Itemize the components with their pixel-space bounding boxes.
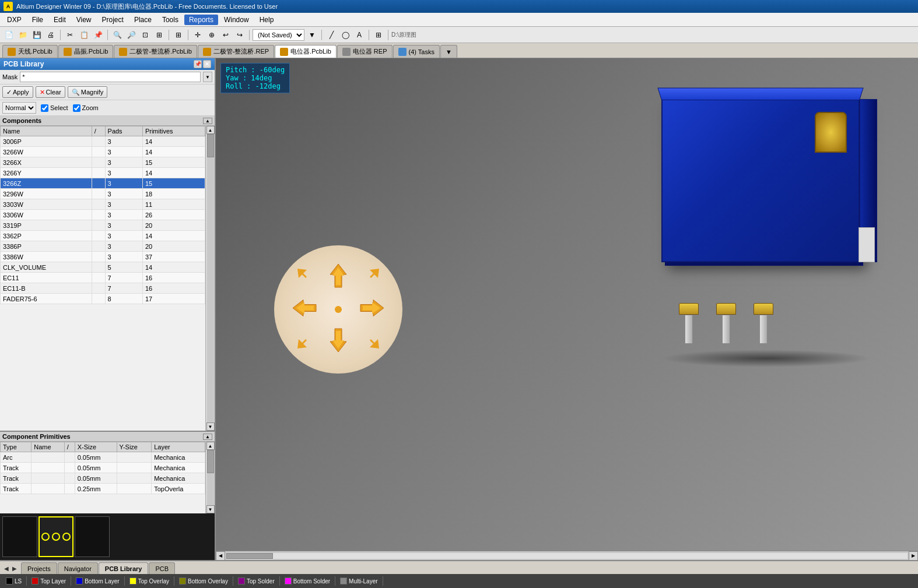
toolbar-fit-btn[interactable]: ⊡ <box>139 29 152 41</box>
table-row[interactable]: 3266X 3 15 <box>1 157 205 168</box>
arrow-down[interactable] <box>328 328 349 356</box>
menu-view[interactable]: View <box>72 15 96 25</box>
layer-bottom[interactable]: Bottom Layer <box>72 577 122 585</box>
prim-vscroll[interactable]: ▲ ▼ <box>205 442 215 513</box>
menu-dxp[interactable]: DXP <box>2 15 26 25</box>
table-row[interactable]: 3303W 3 11 <box>1 199 205 210</box>
mask-input[interactable] <box>20 72 201 82</box>
bottom-tab-pcb-library[interactable]: PCB Library <box>99 562 149 574</box>
menu-tools[interactable]: Tools <box>157 15 183 25</box>
toolbar-zoom-in-btn[interactable]: 🔍 <box>111 29 124 41</box>
toolbar-move-btn[interactable]: ✛ <box>191 29 204 41</box>
arrow-left[interactable] <box>292 297 317 321</box>
layer-bottom-overlay[interactable]: Bottom Overlay <box>176 577 232 585</box>
menu-project[interactable]: Project <box>97 15 128 25</box>
table-row[interactable]: 3006P 3 14 <box>1 136 205 147</box>
arrow-right[interactable] <box>359 297 385 321</box>
comp-scroll-up[interactable]: ▲ <box>203 118 212 124</box>
toolbar-circle-btn[interactable]: ◯ <box>339 29 352 41</box>
toolbar-cut-btn[interactable]: ✂ <box>64 29 76 41</box>
tab-potentiometer-rep[interactable]: 电位器 REP <box>337 45 393 58</box>
toolbar-copy-btn[interactable]: 📋 <box>78 29 90 41</box>
viewport-3d[interactable]: Pitch : -60deg Yaw : 14deg Roll : -12deg <box>216 58 918 560</box>
tab-crystal[interactable]: 晶振.PcbLib <box>58 45 114 58</box>
toolbar-component-btn[interactable]: ⊞ <box>372 29 385 41</box>
layer-top[interactable]: Top Layer <box>28 577 69 585</box>
table-row[interactable]: Arc 0.05mm Mechanica <box>1 452 205 463</box>
arrow-upright[interactable] <box>364 267 380 286</box>
toolbar-open-btn[interactable]: 📁 <box>16 29 29 41</box>
horiz-scroll[interactable]: ◀ ▶ <box>216 551 918 560</box>
tab-diode-bridge[interactable]: 二极管-整流桥.PcbLib <box>114 45 197 58</box>
table-row[interactable]: Track 0.05mm Mechanica <box>1 463 205 473</box>
primitives-table-container[interactable]: Type Name / X-Size Y-Size Layer Arc 0.05 <box>0 442 205 513</box>
arrow-downleft[interactable] <box>296 333 313 351</box>
preview-thumb-1[interactable] <box>2 516 37 557</box>
table-row[interactable]: FADER75-6 8 17 <box>1 294 205 304</box>
tab-antenna[interactable]: 天线.PcbLib <box>2 45 58 58</box>
tab-tasks[interactable]: (4) Tasks <box>393 45 440 58</box>
table-row[interactable]: 3386W 3 37 <box>1 252 205 262</box>
table-row[interactable]: 3296W 3 18 <box>1 189 205 199</box>
arrow-up[interactable] <box>328 263 349 291</box>
menu-help[interactable]: Help <box>255 15 279 25</box>
mask-dropdown-btn[interactable]: ▼ <box>203 72 212 82</box>
table-row[interactable]: 3319P 3 20 <box>1 220 205 231</box>
toolbar-dd-btn[interactable]: ▼ <box>306 29 318 41</box>
zoom-checkbox[interactable] <box>73 104 80 112</box>
pin-btn[interactable]: 📌 <box>194 60 202 68</box>
layer-top-overlay[interactable]: Top Overlay <box>126 577 173 585</box>
pan-circle[interactable] <box>274 245 402 374</box>
arrow-downright[interactable] <box>364 333 380 351</box>
prim-scroll-up-btn[interactable]: ▲ <box>206 442 215 450</box>
table-row[interactable]: 3386P 3 20 <box>1 241 205 252</box>
comp-vscroll[interactable]: ▲ ▼ <box>205 126 215 431</box>
preview-thumb-2[interactable] <box>38 516 73 557</box>
select-checkbox-label[interactable]: Select <box>41 104 68 112</box>
toolbar-select-btn[interactable]: ⊕ <box>205 29 218 41</box>
preview-thumb-3[interactable] <box>75 516 110 557</box>
toolbar-undo-btn[interactable]: ↩ <box>219 29 232 41</box>
table-row[interactable]: 3266Y 3 14 <box>1 168 205 178</box>
toolbar-paste-btn[interactable]: 📌 <box>92 29 104 41</box>
arrow-upleft[interactable] <box>296 267 313 286</box>
toolbar-grid-btn[interactable]: ⊞ <box>172 29 185 41</box>
toolbar-redo-btn[interactable]: ↪ <box>233 29 246 41</box>
magnify-btn[interactable]: 🔍 Magnify <box>68 86 108 98</box>
clear-btn[interactable]: ✕ Clear <box>36 86 65 98</box>
toolbar-area-btn[interactable]: ⊞ <box>153 29 166 41</box>
tab-diode-bridge-rep[interactable]: 二极管-整流桥.REP <box>198 45 274 58</box>
close-left-btn[interactable]: ✕ <box>203 60 211 68</box>
toolbar-print-btn[interactable]: 🖨 <box>44 29 57 41</box>
comp-scroll-thumb[interactable] <box>207 134 214 157</box>
bottom-tab-projects[interactable]: Projects <box>21 562 57 574</box>
table-row[interactable]: Track 0.05mm Mechanica <box>1 473 205 484</box>
table-row[interactable]: 3306W 3 26 <box>1 210 205 220</box>
bottom-tab-navigator[interactable]: Navigator <box>58 562 98 574</box>
toolbar-line-btn[interactable]: ╱ <box>325 29 338 41</box>
layer-top-solder[interactable]: Top Solder <box>234 577 278 585</box>
menu-window[interactable]: Window <box>219 15 254 25</box>
tab-arrow-right[interactable]: ▶ <box>10 562 19 574</box>
main-content[interactable]: Pitch : -60deg Yaw : 14deg Roll : -12deg <box>216 58 918 560</box>
menu-file[interactable]: File <box>27 15 48 25</box>
select-checkbox[interactable] <box>41 104 48 112</box>
scroll-right-btn[interactable]: ▶ <box>909 551 918 561</box>
table-row[interactable]: 3362P 3 14 <box>1 231 205 241</box>
toolbar-save-btn[interactable]: 💾 <box>30 29 43 41</box>
table-row[interactable]: Track 0.25mm TopOverla <box>1 484 205 494</box>
table-row[interactable]: EC11 7 16 <box>1 273 205 283</box>
zoom-checkbox-label[interactable]: Zoom <box>73 104 99 112</box>
bottom-tab-pcb[interactable]: PCB <box>149 562 175 574</box>
toolbar-text-btn[interactable]: A <box>353 29 366 41</box>
apply-btn[interactable]: ✓ Apply <box>2 86 33 98</box>
table-row[interactable]: CLK_VOLUME 5 14 <box>1 262 205 273</box>
comp-scroll-up-btn[interactable]: ▲ <box>206 126 215 134</box>
filter-mode-select[interactable]: Normal <box>2 102 36 114</box>
scroll-left-btn[interactable]: ◀ <box>216 551 225 561</box>
prim-scroll-down-btn[interactable]: ▼ <box>206 505 215 513</box>
horiz-scrollbar-thumb[interactable] <box>226 553 273 559</box>
tab-potentiometer[interactable]: 电位器.PcbLib <box>275 45 337 58</box>
menu-place[interactable]: Place <box>129 15 156 25</box>
menu-edit[interactable]: Edit <box>49 15 71 25</box>
